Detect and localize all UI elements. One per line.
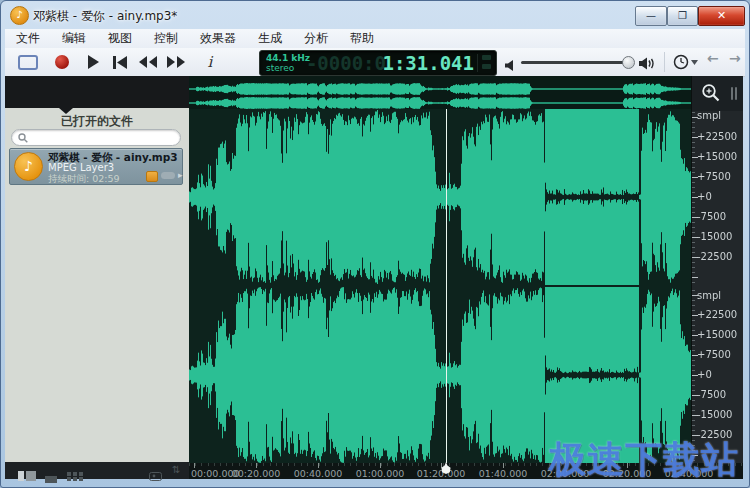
time-display: 44.1 kHz stereo -0000:0 1:31.041 [259,50,497,76]
ruler-label: +0 [697,369,743,380]
audio-file-icon: ♪ [14,152,43,181]
ruler-label: -15000 [697,231,743,242]
menu-control[interactable]: 控制 [143,29,189,48]
timeline-label: 01:00.000 [352,468,408,479]
time-digits: 1:31.041 [382,52,474,74]
file-list-item[interactable]: ♪ 邓紫棋 - 爱你 - ainy.mp3 MPEG Layer3 持续时间: … [9,148,183,185]
search-icon [18,133,28,143]
time-ghost-digits: -0000:0 [306,52,386,74]
ruler-label: +7500 [697,349,743,360]
thumbnail-toggle-icon[interactable] [149,466,162,485]
record-button[interactable] [53,52,71,72]
file-duration: 持续时间: 02:59 [48,173,120,186]
menu-analyze[interactable]: 分析 [293,29,339,48]
volume-high-icon [639,55,655,74]
ruler-unit-ch2: smpl [697,290,743,301]
site-watermark: 极速下载站 [549,435,739,485]
play-button[interactable] [85,52,101,72]
view-compact-list-icon[interactable] [45,468,57,487]
lcd-divider [477,54,478,72]
search-input[interactable] [11,129,181,146]
panel-icon [18,55,38,70]
panel-toggle-button[interactable] [17,52,39,72]
navigate-back-button[interactable]: ← [707,50,719,66]
panel-title: 已打开的文件 [5,113,189,130]
time-mode-button[interactable] [671,52,699,72]
timeline-label: 00:40.000 [290,468,346,479]
ruler-grip[interactable] [731,87,733,100]
clock-icon [673,54,689,70]
skip-to-start-button[interactable] [111,52,129,72]
chevron-down-icon [691,60,698,65]
menu-bar: 文件 编辑 视图 控制 效果器 生成 分析 帮助 [5,29,745,49]
ruler-label: +15000 [697,151,743,162]
close-button[interactable]: ✕ [698,6,745,26]
ruler-label: -7500 [697,211,743,222]
app-icon: ♪ [10,6,29,25]
menu-generate[interactable]: 生成 [247,29,293,48]
volume-low-icon [505,56,515,75]
toolbar: i 44.1 kHz stereo -0000:0 1:31.041 ← → [5,48,745,77]
record-icon [55,55,69,69]
ruler-unit-ch1: smpl [697,110,743,121]
view-detail-list-icon[interactable] [18,466,36,485]
ruler-label: -22500 [697,251,743,262]
menu-view[interactable]: 视图 [97,29,143,48]
ruler-label: -15000 [697,409,743,420]
maximize-button[interactable]: ❐ [667,6,698,26]
timeline-label: 01:40.000 [475,468,531,479]
file-expand-chevron[interactable]: ▸ [178,170,183,180]
menu-effects[interactable]: 效果器 [189,29,247,48]
volume-slider-thumb[interactable] [622,56,635,69]
time-format-button-up[interactable] [482,55,491,60]
play-icon [87,55,100,69]
modified-badge-icon [146,171,158,182]
waveform-view[interactable] [189,76,691,463]
file-toggle-pill[interactable] [161,172,175,179]
info-button[interactable]: i [203,52,217,72]
ruler-label: +22500 [697,131,743,142]
timeline-label: 01:20.000 [413,468,469,479]
rewind-icon [139,56,157,68]
app-window: ♪ 邓紫棋 - 爱你 - ainy.mp3* — ❐ ✕ 文件 编辑 视图 控制… [0,0,750,488]
skip-start-icon [113,56,127,69]
ruler-label: -7500 [697,389,743,400]
time-format-button-down[interactable] [482,64,491,69]
volume-slider[interactable] [521,61,633,64]
toolbar-separator [664,52,665,72]
timeline-label: 00:20.000 [228,468,284,479]
sidebar-status-bar: ⇅ [5,462,189,479]
view-grid-icon[interactable] [67,466,83,485]
rewind-button[interactable] [137,52,159,72]
sample-rate-label: 44.1 kHz [266,53,310,63]
minimize-button[interactable]: — [635,6,667,26]
ruler-label: +0 [697,191,743,202]
navigate-forward-button[interactable]: → [729,50,741,66]
menu-file[interactable]: 文件 [5,29,51,48]
ruler-label: +7500 [697,171,743,182]
file-format: MPEG Layer3 [48,162,114,173]
channel-mode-label: stereo [266,63,294,73]
ruler-grip[interactable] [735,87,737,100]
menu-help[interactable]: 帮助 [339,29,385,48]
window-title: 邓紫棋 - 爱你 - ainy.mp3* [33,8,177,25]
fast-forward-icon [167,56,185,68]
sort-icon[interactable]: ⇅ [172,464,180,475]
ruler-label: +15000 [697,329,743,340]
fast-forward-button[interactable] [165,52,187,72]
sidebar-tab-strip: ♫ [5,76,189,108]
zoom-magnifier-icon[interactable] [701,83,721,103]
menu-edit[interactable]: 编辑 [51,29,97,48]
ruler-label: +22500 [697,309,743,320]
title-bar[interactable]: ♪ 邓紫棋 - 爱你 - ainy.mp3* — ❐ ✕ [1,1,749,29]
